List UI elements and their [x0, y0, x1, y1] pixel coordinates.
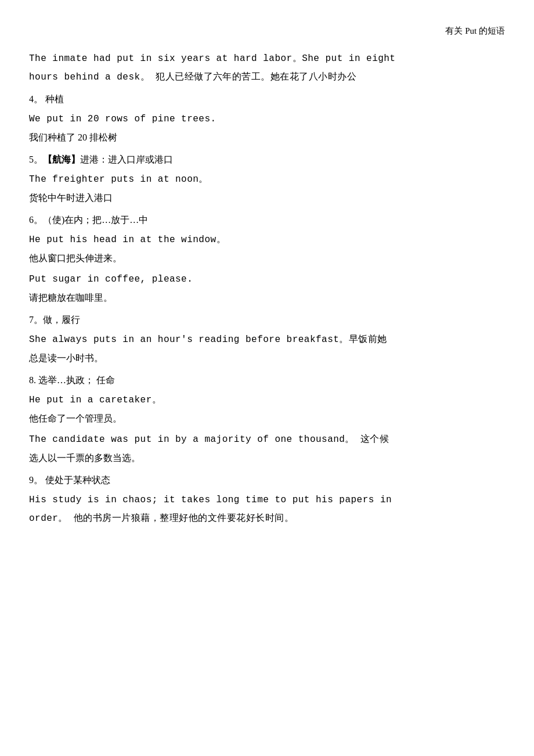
section-8-zh2: 选人以一千票的多数当选。 — [29, 449, 505, 467]
section-6-en1: He put his head in at the window。 — [29, 231, 505, 249]
page-content: The inmate had put in six years at hard … — [29, 49, 505, 528]
section-7-zh: 总是读一小时书。 — [29, 349, 505, 368]
intro-block: The inmate had put in six years at hard … — [29, 49, 505, 87]
section-8: 8. 选举…执政； 任命 He put in a caretaker。 他任命了… — [29, 371, 505, 467]
section-6-zh2: 请把糖放在咖啡里。 — [29, 289, 505, 307]
section-6: 6。（使)在内；把…放于…中 He put his head in at the… — [29, 211, 505, 307]
section-9: 9。 使处于某种状态 His study is in chaos; it tak… — [29, 471, 505, 528]
section-5-zh: 货轮中午时进入港口 — [29, 189, 505, 207]
intro-en-line2: hours behind a desk。 犯人已经做了六年的苦工。她在花了八小时… — [29, 68, 505, 87]
section-8-heading: 8. 选举…执政； 任命 — [29, 371, 505, 390]
section-5-en: The freighter puts in at noon。 — [29, 170, 505, 189]
page-title: 有关 Put 的短语 — [29, 23, 505, 39]
section-4-zh: 我们种植了 20 排松树 — [29, 128, 505, 147]
section-4-en: We put in 20 rows of pine trees. — [29, 110, 505, 128]
section-6-heading: 6。（使)在内；把…放于…中 — [29, 211, 505, 229]
section-8-en2: The candidate was put in by a majority o… — [29, 430, 505, 449]
section-5: 5。【航海】进港：进入口岸或港口 The freighter puts in a… — [29, 150, 505, 207]
section-4-heading: 4。 种植 — [29, 90, 505, 109]
section-7-en: She always puts in an hour's reading bef… — [29, 330, 505, 349]
section-8-en1: He put in a caretaker。 — [29, 391, 505, 409]
section-9-heading: 9。 使处于某种状态 — [29, 471, 505, 489]
section-4: 4。 种植 We put in 20 rows of pine trees. 我… — [29, 90, 505, 147]
section-6-en2: Put sugar in coffee, please. — [29, 270, 505, 289]
section-5-heading: 5。【航海】进港：进入口岸或港口 — [29, 150, 505, 169]
section-9-en2: order。 他的书房一片狼藉，整理好他的文件要花好长时间。 — [29, 509, 505, 528]
section-7-heading: 7。做，履行 — [29, 311, 505, 329]
intro-en-line: The inmate had put in six years at hard … — [29, 49, 505, 68]
section-7: 7。做，履行 She always puts in an hour's read… — [29, 311, 505, 368]
section-8-zh1: 他任命了一个管理员。 — [29, 409, 505, 428]
section-6-zh1: 他从窗口把头伸进来。 — [29, 249, 505, 268]
section-9-en1: His study is in chaos; it takes long tim… — [29, 491, 505, 509]
